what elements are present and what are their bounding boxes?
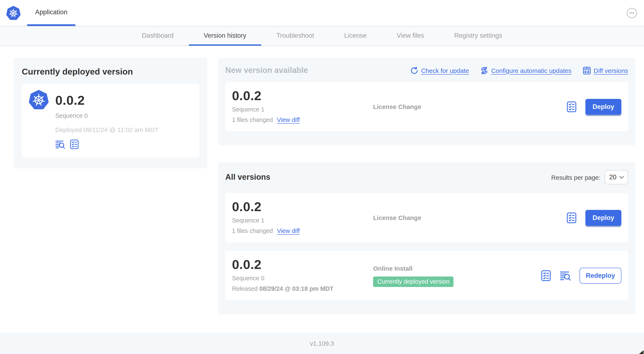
- tab-dashboard[interactable]: Dashboard: [127, 26, 189, 46]
- preflight-checks-icon[interactable]: [566, 101, 576, 112]
- link-label: Configure automatic updates: [491, 67, 572, 74]
- checklist-icon: [70, 139, 79, 149]
- diff-icon: [583, 66, 590, 74]
- version-number: 0.0.2: [232, 89, 373, 103]
- view-diff-link[interactable]: View diff: [277, 227, 300, 234]
- version-source: License Change: [373, 103, 566, 111]
- version-number: 0.0.2: [232, 200, 373, 214]
- checklist-icon: [566, 212, 576, 223]
- refresh-icon: [410, 66, 418, 74]
- files-changed-line: 1 files changed View diff: [232, 116, 373, 123]
- version-number: 0.0.2: [232, 258, 373, 272]
- checklist-icon: [541, 270, 551, 281]
- source-label: Online Install: [373, 265, 412, 272]
- right-column: New version available Check for update C…: [218, 58, 636, 314]
- chevron-down-icon: [619, 176, 624, 179]
- sequence-label: Sequence 1: [232, 106, 373, 113]
- tab-label: Registry settings: [454, 32, 502, 39]
- source-label: License Change: [373, 103, 421, 110]
- new-version-row: 0.0.2 Sequence 1 1 files changed View di…: [225, 82, 628, 131]
- new-version-panel: New version available Check for update C…: [218, 58, 636, 145]
- app-subnav: Dashboard Version history Troubleshoot L…: [0, 26, 644, 46]
- sequence-label: Sequence 1: [232, 217, 373, 223]
- preflight-checks-icon[interactable]: [541, 270, 551, 281]
- redeploy-button[interactable]: Redeploy: [580, 267, 622, 283]
- console-version: v1.109.3: [310, 340, 334, 347]
- view-diff-link[interactable]: View diff: [277, 116, 300, 123]
- preflight-checks-icon[interactable]: [70, 139, 79, 149]
- results-per-page: Results per page: 20: [551, 170, 628, 184]
- link-label: Diff versions: [594, 67, 628, 74]
- main-content: Currently deployed version 0.0.2 Sequenc…: [0, 46, 644, 314]
- version-info: 0.0.2 Sequence 0 Released 08/29/24 @ 03:…: [232, 258, 373, 292]
- all-versions-header: All versions Results per page: 20: [225, 170, 628, 184]
- files-changed-label: 1 files changed: [232, 116, 273, 123]
- currently-deployed-card: 0.0.2 Sequence 0 Deployed 09/11/24 @ 11:…: [22, 84, 199, 157]
- row-actions: Deploy: [566, 210, 622, 226]
- tab-registry-settings[interactable]: Registry settings: [439, 26, 517, 46]
- released-prefix: Released: [232, 285, 260, 292]
- diff-versions-link[interactable]: Diff versions: [583, 66, 628, 74]
- results-per-page-select[interactable]: 20: [605, 170, 628, 184]
- tab-label: View files: [397, 32, 424, 39]
- sequence-label: Sequence 0: [55, 112, 158, 119]
- row-actions: Redeploy: [541, 267, 622, 283]
- update-actions: Check for update Configure automatic upd…: [410, 66, 628, 74]
- deployed-version-actions: [55, 139, 158, 149]
- files-changed-label: 1 files changed: [232, 227, 273, 234]
- source-label: License Change: [373, 214, 421, 221]
- footer: v1.109.3: [0, 333, 644, 354]
- logs-icon: [55, 139, 65, 149]
- currently-deployed-badge: Currently deployed version: [373, 276, 454, 287]
- kubernetes-logo-icon: [6, 6, 20, 20]
- schedule-icon: [480, 66, 488, 74]
- tab-license[interactable]: License: [329, 26, 382, 46]
- page: Application Dashboard Version history Tr…: [0, 0, 644, 354]
- tab-label: Dashboard: [142, 32, 174, 39]
- tab-view-files[interactable]: View files: [382, 26, 439, 46]
- released-line: Released 08/29/24 @ 03:18 pm MDT: [232, 285, 373, 292]
- deploy-button[interactable]: Deploy: [586, 210, 622, 226]
- deployed-timestamp: Deployed 09/11/24 @ 11:02 am MDT: [55, 126, 158, 133]
- kubernetes-logo-icon: [29, 90, 48, 110]
- checklist-icon: [566, 101, 576, 112]
- tab-version-history[interactable]: Version history: [189, 26, 261, 46]
- tab-label: Troubleshoot: [276, 32, 314, 39]
- version-info: 0.0.2 Sequence 1 1 files changed View di…: [232, 89, 373, 123]
- tab-label: License: [344, 32, 366, 39]
- link-label: Check for update: [421, 67, 469, 74]
- version-source: Online Install Currently deployed versio…: [373, 265, 541, 287]
- deploy-button[interactable]: Deploy: [586, 99, 622, 115]
- results-per-page-label: Results per page:: [551, 174, 600, 181]
- top-bar: Application: [0, 0, 644, 26]
- configure-automatic-updates-link[interactable]: Configure automatic updates: [480, 66, 572, 74]
- ellipsis-icon: [629, 10, 635, 16]
- tab-label: Version history: [204, 32, 246, 39]
- version-number: 0.0.2: [55, 94, 158, 108]
- app-icon: [29, 90, 48, 149]
- app-tab[interactable]: Application: [27, 0, 75, 26]
- deployed-version-info: 0.0.2 Sequence 0 Deployed 09/11/24 @ 11:…: [55, 94, 158, 149]
- logs-icon: [560, 270, 571, 280]
- version-row: 0.0.2 Sequence 0 Released 08/29/24 @ 03:…: [225, 251, 628, 300]
- preflight-checks-icon[interactable]: [566, 212, 576, 223]
- deploy-logs-icon[interactable]: [55, 139, 65, 149]
- row-actions: Deploy: [566, 99, 622, 115]
- all-versions-panel: All versions Results per page: 20 0.0: [218, 162, 636, 314]
- released-date: 08/29/24 @ 03:18 pm MDT: [260, 285, 334, 292]
- deploy-logs-icon[interactable]: [560, 270, 571, 280]
- files-changed-line: 1 files changed View diff: [232, 227, 373, 234]
- new-version-title: New version available: [225, 66, 308, 75]
- app-tab-label: Application: [35, 8, 68, 16]
- sequence-label: Sequence 0: [232, 275, 373, 281]
- all-versions-title: All versions: [225, 173, 270, 182]
- overflow-menu-button[interactable]: [627, 8, 637, 18]
- currently-deployed-panel: Currently deployed version 0.0.2 Sequenc…: [14, 58, 207, 168]
- tab-troubleshoot[interactable]: Troubleshoot: [261, 26, 329, 46]
- version-row: 0.0.2 Sequence 1 1 files changed View di…: [225, 193, 628, 242]
- version-info: 0.0.2 Sequence 1 1 files changed View di…: [232, 200, 373, 234]
- new-version-header: New version available Check for update C…: [225, 66, 628, 75]
- results-per-page-value: 20: [609, 173, 616, 181]
- check-for-update-link[interactable]: Check for update: [410, 66, 469, 74]
- currently-deployed-title: Currently deployed version: [22, 67, 199, 77]
